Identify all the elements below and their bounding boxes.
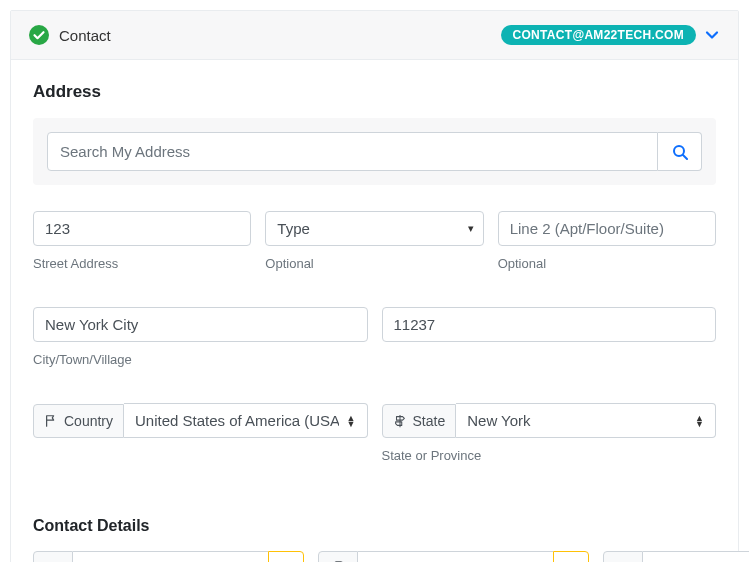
search-button[interactable] (658, 132, 702, 171)
at-icon (33, 551, 73, 562)
street-help: Street Address (33, 256, 251, 271)
mobile-input[interactable] (358, 551, 553, 562)
search-icon (672, 144, 688, 160)
card-header: Contact CONTACT@AM22TECH.COM (11, 11, 738, 60)
mobile-group: ? (318, 551, 589, 562)
mobile-help-button[interactable]: ? (553, 551, 589, 562)
header-title: Contact (59, 27, 111, 44)
zip-input[interactable] (382, 307, 717, 342)
street-address-input[interactable] (33, 211, 251, 246)
state-help: State or Province (382, 448, 717, 463)
email-help-button[interactable]: ? (268, 551, 304, 562)
type-help: Optional (265, 256, 483, 271)
line2-input[interactable] (498, 211, 716, 246)
card-body: Address Type ▾ (11, 60, 738, 562)
map-signs-icon (393, 414, 407, 428)
city-input[interactable] (33, 307, 368, 342)
phone-icon (603, 551, 643, 562)
svg-line-2 (683, 155, 687, 159)
home-group: ? (603, 551, 749, 562)
email-group: ? (33, 551, 304, 562)
home-input[interactable] (643, 551, 749, 562)
state-label-text: State (413, 413, 446, 429)
search-box (33, 118, 716, 185)
state-select[interactable]: New York (456, 403, 716, 438)
country-label: Country (33, 404, 124, 438)
state-label: State (382, 404, 457, 438)
header-right: CONTACT@AM22TECH.COM (501, 25, 720, 45)
contact-pill: CONTACT@AM22TECH.COM (501, 25, 696, 45)
email-input[interactable] (73, 551, 268, 562)
header-left: Contact (29, 25, 111, 45)
contact-card: Contact CONTACT@AM22TECH.COM Address (10, 10, 739, 562)
check-circle-icon (29, 25, 49, 45)
search-input[interactable] (47, 132, 658, 171)
flag-icon (44, 414, 58, 428)
city-help: City/Town/Village (33, 352, 368, 367)
address-title: Address (33, 82, 716, 102)
mobile-icon (318, 551, 358, 562)
contact-details-title: Contact Details (33, 517, 716, 535)
svg-point-0 (29, 25, 49, 45)
country-select[interactable]: United States of America (USA) (124, 403, 367, 438)
line2-help: Optional (498, 256, 716, 271)
chevron-down-icon[interactable] (704, 27, 720, 43)
type-select[interactable]: Type (265, 211, 483, 246)
country-label-text: Country (64, 413, 113, 429)
